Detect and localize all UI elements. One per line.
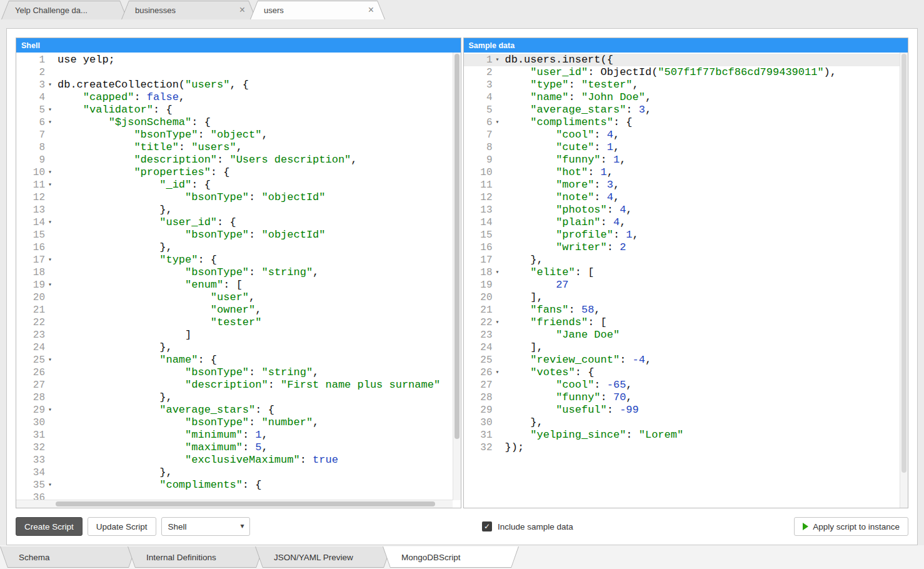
script-language-select[interactable]: Shell [161, 517, 250, 536]
code-line[interactable]: 30 }, [464, 416, 908, 429]
code-line[interactable]: 14 "plain": 4, [464, 216, 908, 229]
scrollbar-thumb[interactable] [454, 54, 459, 439]
code-line[interactable]: 10▾ "properties": { [16, 166, 461, 179]
code-line[interactable]: 1use yelp; [16, 54, 461, 66]
code-line[interactable]: 16 }, [16, 241, 461, 254]
bottom-tab-schema[interactable]: Schema [0, 546, 136, 568]
code-line[interactable]: 30 "bsonType": "number", [16, 416, 461, 429]
code-line[interactable]: 20 "user", [16, 291, 461, 304]
code-line[interactable]: 4 "capped": false, [16, 91, 461, 104]
code-line[interactable]: 11▾ "_id": { [16, 179, 461, 191]
include-sample-checkbox[interactable]: ✓ [482, 521, 492, 531]
fold-arrow-icon[interactable]: ▾ [45, 79, 55, 91]
fold-arrow-icon[interactable]: ▾ [45, 479, 55, 491]
code-line[interactable]: 15 "bsonType": "objectId" [16, 229, 461, 241]
code-line[interactable]: 18 "bsonType": "string", [16, 266, 461, 279]
code-line[interactable]: 24 ], [464, 341, 908, 354]
close-icon[interactable]: × [239, 5, 245, 15]
fold-arrow-icon[interactable]: ▾ [45, 279, 55, 291]
code-line[interactable]: 22 "tester" [16, 316, 461, 329]
tab-yelp-challenge-da[interactable]: Yelp Challenge da... [1, 1, 128, 19]
code-line[interactable]: 19▾ "enum": [ [16, 279, 461, 291]
shell-horizontal-scrollbar[interactable] [16, 500, 453, 508]
code-line[interactable]: 11 "more": 3, [464, 179, 908, 191]
code-line[interactable]: 22▾ "friends": [ [464, 316, 908, 329]
bottom-tab-mongodbscript[interactable]: MongoDBScript [383, 546, 519, 568]
code-line[interactable]: 29▾ "average_stars": { [16, 404, 461, 416]
code-line[interactable]: 3 "type": "tester", [464, 79, 908, 91]
fold-arrow-icon[interactable]: ▾ [45, 404, 55, 416]
code-line[interactable]: 1▾db.users.insert({ [464, 54, 908, 66]
scrollbar-thumb[interactable] [56, 501, 435, 506]
bottom-tab-json-yaml-preview[interactable]: JSON/YAML Preview [255, 546, 391, 568]
code-line[interactable]: 8 "cute": 1, [464, 141, 908, 154]
scrollbar-thumb[interactable] [901, 54, 906, 473]
code-line[interactable]: 24 }, [16, 341, 461, 354]
include-sample-group[interactable]: ✓ Include sample data [482, 521, 573, 531]
code-line[interactable]: 25▾ "name": { [16, 354, 461, 366]
code-line[interactable]: 32}); [464, 441, 908, 454]
code-line[interactable]: 25 "review_count": -4, [464, 354, 908, 366]
code-line[interactable]: 23 "Jane Doe" [464, 329, 908, 341]
create-script-button[interactable]: Create Script [16, 517, 83, 536]
code-line[interactable]: 20 ], [464, 291, 908, 304]
fold-arrow-icon[interactable]: ▾ [45, 104, 55, 116]
fold-arrow-icon[interactable]: ▾ [493, 266, 503, 279]
code-line[interactable]: 3▾db.createCollection("users", { [16, 79, 461, 91]
code-line[interactable]: 7 "bsonType": "object", [16, 129, 461, 141]
fold-arrow-icon[interactable]: ▾ [45, 179, 55, 191]
apply-script-button[interactable]: Apply script to instance [794, 517, 908, 536]
code-line[interactable]: 26 "bsonType": "string", [16, 366, 461, 379]
close-icon[interactable]: × [368, 5, 374, 15]
fold-arrow-icon[interactable]: ▾ [45, 166, 55, 179]
code-line[interactable]: 13 "photos": 4, [464, 204, 908, 216]
code-line[interactable]: 23 ] [16, 329, 461, 341]
code-line[interactable]: 31 "minimum": 1, [16, 429, 461, 441]
code-line[interactable]: 17 }, [464, 254, 908, 266]
code-line[interactable]: 13 }, [16, 204, 461, 216]
code-line[interactable]: 15 "profile": 1, [464, 229, 908, 241]
fold-arrow-icon[interactable]: ▾ [45, 116, 55, 129]
fold-arrow-icon[interactable]: ▾ [45, 354, 55, 366]
code-line[interactable]: 9 "funny": 1, [464, 154, 908, 166]
fold-arrow-icon[interactable]: ▾ [45, 254, 55, 266]
code-line[interactable]: 4 "name": "John Doe", [464, 91, 908, 104]
code-line[interactable]: 14▾ "user_id": { [16, 216, 461, 229]
code-line[interactable]: 6▾ "compliments": { [464, 116, 908, 129]
code-line[interactable]: 12 "note": 4, [464, 191, 908, 204]
update-script-button[interactable]: Update Script [88, 517, 156, 536]
fold-arrow-icon[interactable]: ▾ [493, 366, 503, 379]
fold-arrow-icon[interactable]: ▾ [493, 54, 503, 66]
code-line[interactable]: 7 "cool": 4, [464, 129, 908, 141]
code-line[interactable]: 32 "maximum": 5, [16, 441, 461, 454]
code-line[interactable]: 26▾ "votes": { [464, 366, 908, 379]
code-line[interactable]: 21 "owner", [16, 304, 461, 316]
code-line[interactable]: 5▾ "validator": { [16, 104, 461, 116]
shell-vertical-scrollbar[interactable] [453, 53, 461, 500]
code-line[interactable]: 34 }, [16, 466, 461, 479]
shell-code-editor[interactable]: 1use yelp;23▾db.createCollection("users"… [16, 53, 461, 508]
code-line[interactable]: 21 "fans": 58, [464, 304, 908, 316]
tab-businesses[interactable]: businesses× [121, 1, 256, 19]
fold-arrow-icon[interactable]: ▾ [45, 216, 55, 229]
code-line[interactable]: 10 "hot": 1, [464, 166, 908, 179]
code-line[interactable]: 8 "title": "users", [16, 141, 461, 154]
code-line[interactable]: 35▾ "compliments": { [16, 479, 461, 491]
bottom-tab-internal-definitions[interactable]: Internal Definitions [128, 546, 264, 568]
code-line[interactable]: 9 "description": "Users description", [16, 154, 461, 166]
code-line[interactable]: 5 "average_stars": 3, [464, 104, 908, 116]
code-line[interactable]: 18▾ "elite": [ [464, 266, 908, 279]
code-line[interactable]: 17▾ "type": { [16, 254, 461, 266]
code-line[interactable]: 16 "writer": 2 [464, 241, 908, 254]
code-line[interactable]: 6▾ "$jsonSchema": { [16, 116, 461, 129]
code-line[interactable]: 29 "useful": -99 [464, 404, 908, 416]
code-line[interactable]: 28 "funny": 70, [464, 391, 908, 404]
code-line[interactable]: 19 27 [464, 279, 908, 291]
sample-code-editor[interactable]: 1▾db.users.insert({2 "user_id": ObjectId… [464, 53, 908, 508]
code-line[interactable]: 33 "exclusiveMaximum": true [16, 454, 461, 466]
code-line[interactable]: 28 }, [16, 391, 461, 404]
code-line[interactable]: 27 "description": "First name plus surna… [16, 379, 461, 391]
code-line[interactable]: 27 "cool": -65, [464, 379, 908, 391]
fold-arrow-icon[interactable]: ▾ [493, 316, 503, 329]
fold-arrow-icon[interactable]: ▾ [493, 116, 503, 129]
